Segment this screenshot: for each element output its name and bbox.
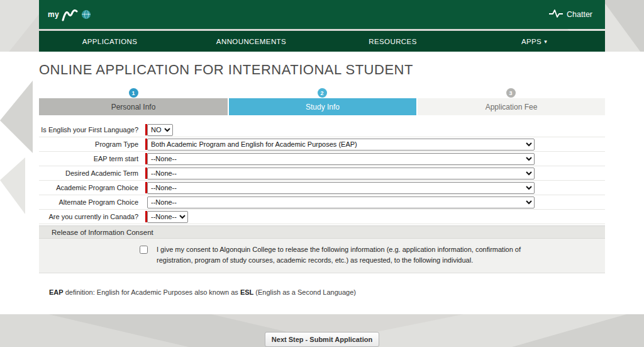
currently-in-canada-select[interactable]: --None-- — [147, 211, 188, 223]
nav-item-resources[interactable]: RESOURCES — [322, 31, 464, 52]
page-title: ONLINE APPLICATION FOR INTERNATIONAL STU… — [39, 52, 605, 78]
field-label: Are you currently in Canada? — [39, 213, 145, 220]
alternate-program-choice-select[interactable]: --None-- — [147, 196, 535, 208]
footer-actions: Next Step - Submit Application — [39, 314, 605, 347]
form-row: Program Type Both Academic Program and E… — [39, 137, 605, 152]
field-label: Program Type — [39, 140, 145, 148]
field-label: Desired Academic Term — [39, 169, 145, 177]
globe-icon — [82, 10, 91, 19]
form-row: Are you currently in Canada? --None-- — [39, 210, 605, 224]
field-label: Alternate Program Choice — [39, 198, 145, 206]
desired-academic-term-select[interactable]: --None-- — [147, 168, 535, 179]
nav-item-announcements[interactable]: ANNOUNCEMENTS — [180, 31, 322, 52]
form-row: Alternate Program Choice --None-- — [39, 195, 605, 210]
form-row: Academic Program Choice --None-- — [39, 181, 605, 195]
program-type-select[interactable]: Both Academic Program and English for Ac… — [147, 139, 535, 151]
field-label: EAP term start — [39, 155, 145, 162]
step-number-badge: 3 — [506, 88, 516, 98]
step-number-badge: 1 — [129, 88, 138, 98]
content-area: ONLINE APPLICATION FOR INTERNATIONAL STU… — [0, 52, 644, 314]
consent-statement: I give my consent to Algonquin College t… — [157, 244, 554, 266]
chatter-link[interactable]: Chatter — [549, 9, 592, 20]
esl-term: ESL — [240, 288, 253, 296]
progress-steps: 1 Personal Info 2 Study Info 3 Applicati… — [39, 88, 605, 115]
form-row: Is English your First Language? NO — [39, 123, 605, 137]
step-bar-personal-info[interactable]: Personal Info — [39, 98, 228, 115]
caret-down-icon: ▾ — [544, 38, 547, 45]
ac-logo-mark — [62, 8, 78, 21]
consent-checkbox[interactable] — [140, 246, 148, 254]
nav-item-applications[interactable]: APPLICATIONS — [39, 31, 180, 52]
form-row: Desired Academic Term --None-- — [39, 166, 605, 181]
english-first-language-select[interactable]: NO — [147, 124, 173, 136]
step-study-info: 2 Study Info — [228, 88, 416, 115]
consent-section-header: Release of Information Consent — [39, 225, 605, 239]
field-label: Academic Program Choice — [39, 184, 145, 191]
top-header-bar: my Chatter — [39, 0, 605, 29]
step-personal-info: 1 Personal Info — [39, 88, 228, 115]
eap-term-start-select[interactable]: --None-- — [147, 153, 535, 165]
step-bar-study-info[interactable]: Study Info — [228, 98, 416, 115]
step-bar-application-fee[interactable]: Application Fee — [416, 98, 605, 115]
consent-section-body: I give my consent to Algonquin College t… — [39, 239, 605, 273]
chatter-label: Chatter — [567, 10, 592, 19]
form-row: EAP term start --None-- — [39, 152, 605, 166]
academic-program-choice-select[interactable]: --None-- — [147, 182, 535, 194]
eap-term: EAP — [49, 288, 64, 296]
eap-definition-note: EAP definition: English for Academic Pur… — [39, 280, 605, 299]
pulse-icon — [549, 9, 563, 20]
main-nav: APPLICATIONS ANNOUNCEMENTS RESOURCES APP… — [39, 31, 605, 52]
study-info-form: Is English your First Language? NO Progr… — [39, 123, 605, 224]
nav-item-apps[interactable]: APPS ▾ — [464, 31, 605, 52]
step-number-badge: 2 — [318, 88, 327, 98]
brand-my-text: my — [48, 10, 59, 19]
field-label: Is English your First Language? — [39, 126, 145, 134]
myac-logo[interactable]: my — [48, 8, 91, 21]
submit-button[interactable]: Next Step - Submit Application — [265, 332, 379, 347]
step-application-fee: 3 Application Fee — [416, 88, 605, 115]
